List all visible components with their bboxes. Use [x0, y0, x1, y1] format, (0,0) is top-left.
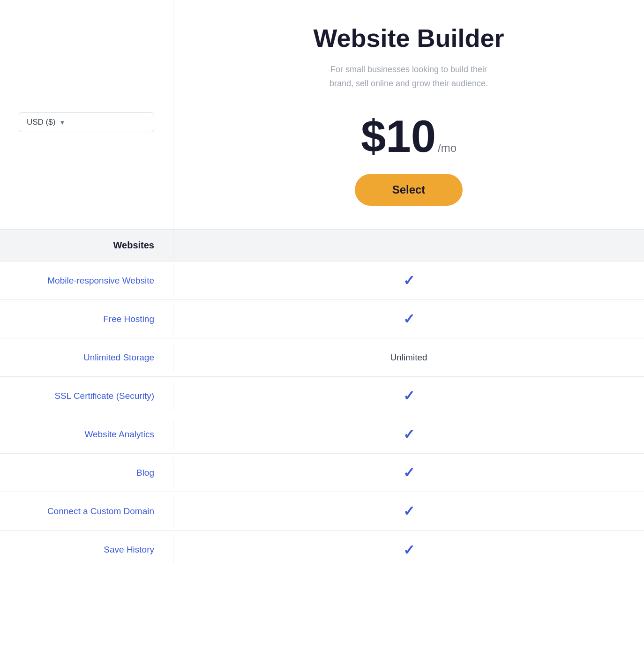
- checkmark-icon: ✓: [403, 464, 415, 481]
- feature-name: SSL Certificate (Security): [54, 391, 154, 401]
- checkmark-icon: ✓: [403, 388, 415, 404]
- feature-name: Blog: [136, 468, 154, 478]
- product-title: Website Builder: [313, 23, 504, 52]
- section-label: Websites: [113, 240, 154, 251]
- price-period: /mo: [438, 142, 457, 155]
- features-list: Mobile-responsive Website ✓ Free Hosting…: [0, 262, 644, 569]
- feature-name: Free Hosting: [103, 314, 154, 324]
- page-wrapper: USD ($) ▼ Website Builder For small busi…: [0, 0, 644, 658]
- features-section-header: Websites: [0, 230, 644, 262]
- chevron-down-icon: ▼: [59, 119, 65, 126]
- feature-name: Save History: [104, 545, 154, 555]
- currency-selector[interactable]: USD ($) ▼: [19, 112, 154, 132]
- feature-name: Connect a Custom Domain: [47, 506, 154, 516]
- currency-label: USD ($): [27, 118, 55, 127]
- select-button[interactable]: Select: [355, 174, 463, 206]
- checkmark-icon: ✓: [403, 542, 415, 558]
- product-description: For small businesses looking to build th…: [329, 63, 488, 90]
- feature-value-text: Unlimited: [390, 352, 427, 363]
- price-amount: $10: [361, 114, 436, 159]
- feature-row: Connect a Custom Domain ✓: [0, 492, 644, 531]
- feature-row: SSL Certificate (Security) ✓: [0, 377, 644, 415]
- checkmark-icon: ✓: [403, 426, 415, 442]
- feature-row: Mobile-responsive Website ✓: [0, 262, 644, 300]
- feature-name: Unlimited Storage: [83, 352, 154, 363]
- feature-row: Save History ✓: [0, 531, 644, 569]
- feature-name: Mobile-responsive Website: [47, 276, 154, 286]
- feature-row: Blog ✓: [0, 454, 644, 492]
- checkmark-icon: ✓: [403, 311, 415, 327]
- checkmark-icon: ✓: [403, 272, 415, 289]
- feature-row: Unlimited Storage Unlimited: [0, 338, 644, 377]
- price-display: $10 /mo: [361, 114, 457, 159]
- feature-row: Website Analytics ✓: [0, 415, 644, 454]
- checkmark-icon: ✓: [403, 503, 415, 519]
- feature-name: Website Analytics: [84, 429, 154, 440]
- feature-row: Free Hosting ✓: [0, 300, 644, 338]
